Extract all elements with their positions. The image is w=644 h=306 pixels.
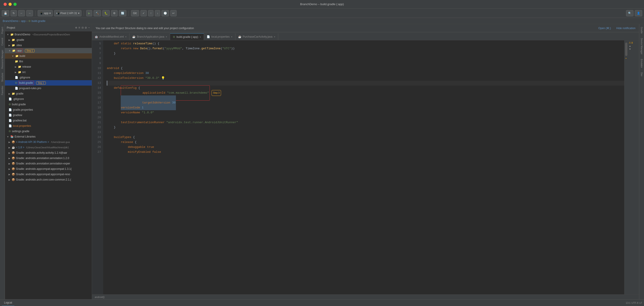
tab-branchapplication[interactable]: ☕ BranchApplication.java ×	[130, 33, 170, 40]
tree-item-android-api[interactable]: ▶ 📦 < Android API 30 Platform > /Users/j…	[5, 139, 92, 145]
project-tab[interactable]: Project	[1, 25, 4, 36]
tree-item-src[interactable]: ▶ 📁 src	[5, 69, 92, 75]
maximize-button[interactable]	[14, 3, 16, 6]
device-selector[interactable]: 📲 Pixel 2 API 31 ▾	[54, 10, 82, 16]
tree-item-gradle-properties[interactable]: 📄 gradle.properties	[5, 107, 92, 113]
folder-icon-app: 📁	[12, 49, 16, 52]
tree-item-app[interactable]: ▼ 📁 app Step 1	[5, 48, 92, 53]
git-commit[interactable]: ✓	[140, 10, 147, 16]
structure-tab[interactable]: Structure	[1, 71, 4, 84]
breadcrumb-root[interactable]: BranchDemo	[3, 19, 18, 23]
git-label: Git:	[131, 10, 139, 16]
tree-item-release[interactable]: ▶ 📁 release	[5, 64, 92, 69]
lib-icon-appcompat: 📦	[12, 167, 15, 170]
tree-item-jdk[interactable]: ▶ ☕ < 1.8 > /Library/Java/JavaVirtualMac…	[5, 145, 92, 150]
sync-button[interactable]: ↻	[10, 10, 17, 16]
tree-item-build-gradle-app[interactable]: ⚙ build.gradle Step 2	[5, 80, 92, 86]
scroll-thumb[interactable]	[625, 43, 628, 56]
git-pull[interactable]: ↓	[155, 10, 160, 16]
down-arrow-warnings[interactable]: ▼	[629, 48, 631, 50]
tree-item-local-props[interactable]: 📄 local.properties	[5, 123, 92, 129]
sync-gradle-button[interactable]: 🔄	[119, 10, 126, 16]
tree-item-build-gradle-root[interactable]: ⚙ build.gradle	[5, 102, 92, 107]
open-project-structure[interactable]: Open (⌘;)	[598, 27, 611, 30]
close-panel-icon[interactable]: −	[88, 26, 90, 29]
tree-item-gradle-appcompat[interactable]: ▶ 📦 Gradle: androidx.appcompat:appcompat…	[5, 166, 92, 171]
build-label: build	[20, 54, 25, 58]
tree-item-branchdemo[interactable]: ▼ 📁 BranchDemo ~/Documents/Projects/Bran…	[5, 32, 92, 37]
tab-buildgradle[interactable]: ⚙ build.gradle (:app) ×	[170, 33, 204, 40]
tab-close-manifest[interactable]: ×	[125, 35, 126, 38]
tab-close-gradle[interactable]: ×	[200, 36, 201, 38]
tree-item-libs[interactable]: 📁 libs	[5, 59, 92, 64]
tree-item-settings-gradle[interactable]: ⚙ settings.gradle	[5, 129, 92, 134]
editor-area: You can use the Project Structure dialog…	[92, 24, 639, 299]
git-push[interactable]: ↑	[148, 10, 154, 16]
tree-item-gradlew-bat[interactable]: 📄 gradlew.bat	[5, 118, 92, 123]
editor-scrollbar[interactable]: ▸	[624, 40, 628, 294]
run-button[interactable]: ▶	[86, 10, 92, 16]
tree-item-idea[interactable]: ▶ 📁 .idea	[5, 43, 92, 48]
hide-notification[interactable]: Hide notification	[616, 27, 636, 30]
tab-androidmanifest[interactable]: 🤖 AndroidManifest.xml ×	[92, 33, 130, 40]
code-editor[interactable]: def static releaseTime() { return new Da…	[103, 40, 624, 294]
expand-all-icon[interactable]: ≡	[78, 26, 80, 29]
tree-item-gradlew[interactable]: 📄 gradlew	[5, 113, 92, 118]
tab-localprops[interactable]: 📄 local.properties ×	[204, 33, 236, 40]
tree-item-gradle-root[interactable]: ▶ 📁 gradle	[5, 91, 92, 96]
tree-item-gitignore-root[interactable]: 📄 .gitignore	[5, 96, 92, 102]
code-line-24: buildTypes {	[107, 135, 624, 140]
undo-button[interactable]: ↩	[170, 10, 176, 16]
emulator-tab[interactable]: Emulator	[640, 57, 643, 70]
tree-item-proguard[interactable]: 📄 proguard-rules.pro	[5, 86, 92, 91]
lib-icon-activity: 📦	[12, 151, 15, 154]
history-button[interactable]: 🕐	[162, 10, 169, 16]
gradle-file-icon: ⚙	[28, 19, 31, 23]
tree-item-gradle-annotation[interactable]: ▶ 📦 Gradle: androidx.annotation:annotati…	[5, 155, 92, 161]
commit-tab[interactable]: Commit	[1, 36, 4, 47]
tree-item-ext-libs[interactable]: ▼ 📚 External Libraries	[5, 134, 92, 139]
resource-manager-tab[interactable]: Resource Manager	[1, 48, 4, 71]
tree-item-gradle-arch[interactable]: ▶ 📦 Gradle: androidx.arch.core:core-comm…	[5, 177, 92, 182]
tab-close-purchase[interactable]: ×	[274, 35, 275, 38]
forward-button[interactable]: →	[26, 10, 33, 16]
debug-button[interactable]: 🐛	[102, 10, 110, 16]
logcat-tab[interactable]: Logcat	[2, 300, 14, 306]
close-button[interactable]	[4, 3, 7, 6]
search-button[interactable]: 🔍	[626, 10, 634, 16]
minimize-button[interactable]	[8, 3, 12, 6]
warning-num: 8	[632, 41, 633, 44]
expand-arrow-annotation: ▶	[8, 157, 10, 159]
toolbar: 💾 ↻ ← → 📱 app ▾ 📲 Pixel 2 API 31 ▾ ▶ 🔨 🐛…	[0, 8, 644, 18]
tab-purchasecar[interactable]: ☕ PurchaseCarActivity.java ×	[236, 33, 278, 40]
save-button[interactable]: 💾	[2, 10, 9, 16]
breadcrumb-file[interactable]: ⚙ build.gradle	[28, 19, 45, 23]
up-arrow-warnings[interactable]: ▲	[629, 45, 631, 47]
favorites-tab[interactable]: Favorites	[1, 84, 4, 97]
build-button[interactable]: 🔨	[94, 10, 101, 16]
tab-close-branch[interactable]: ×	[166, 35, 167, 38]
tree-item-gradle-annotation-exp[interactable]: ▶ 📦 Gradle: androidx.annotation:annotati…	[5, 161, 92, 166]
dev-tab[interactable]: Dev	[640, 71, 643, 78]
tree-item-gradle-folder[interactable]: ▶ 📁 .gradle	[5, 37, 92, 43]
device-manager-tab[interactable]: Device Manager	[640, 36, 643, 56]
gradle-button[interactable]: ⚙	[111, 10, 118, 16]
tree-item-build[interactable]: ▼ 📁 build	[5, 53, 92, 59]
tree-item-gradle-appcompat-res[interactable]: ▶ 📦 Gradle: androidx.appcompat:appcompat…	[5, 171, 92, 177]
tree-item-gitignore-app[interactable]: 📄 .gitignore	[5, 75, 92, 80]
collapse-all-icon[interactable]: ⊟	[82, 26, 84, 29]
tab-close-local[interactable]: ×	[231, 35, 232, 38]
breadcrumb-app[interactable]: app	[21, 19, 26, 23]
editor-content[interactable]: 5 6 7 8 9 10 11 12 13 14 15 16 17 18 19 …	[92, 40, 639, 294]
app-selector[interactable]: 📱 app ▾	[38, 10, 53, 16]
tree-item-gradle-activity[interactable]: ▶ 📦 Gradle: androidx.activity:activity:1…	[5, 150, 92, 155]
settings-icon[interactable]: ⚙	[85, 26, 86, 29]
device-label: Pixel 2 API 31	[60, 12, 77, 15]
gradle-icon-settings: ⚙	[8, 130, 11, 133]
profile-button[interactable]: 👤	[635, 10, 642, 16]
code-line-13	[107, 81, 624, 86]
add-icon[interactable]: ⊕	[75, 26, 77, 29]
back-button[interactable]: ←	[18, 10, 25, 16]
gradle-right-tab[interactable]: Gradle	[640, 25, 643, 35]
arch-label: Gradle: androidx.arch.core:core-common:2…	[16, 178, 71, 181]
